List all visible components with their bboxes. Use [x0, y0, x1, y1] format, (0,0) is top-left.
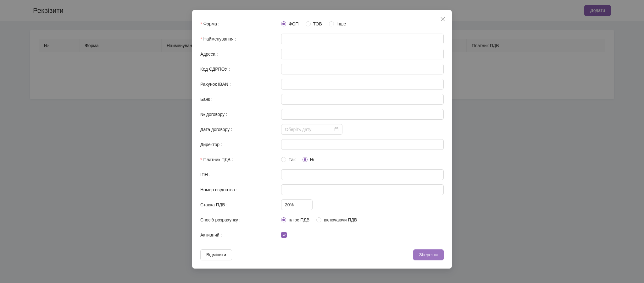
label-iban: Рахунок IBAN :	[200, 82, 281, 87]
requisites-modal: *Форма : ФОП ТОВ Інше *Найменування : Ад…	[192, 10, 452, 269]
label-vat-payer: *Платник ПДВ :	[200, 157, 281, 162]
radio-fop[interactable]: ФОП	[281, 21, 299, 26]
label-calc-method: Спосіб розрахунку :	[200, 217, 281, 222]
label-director: Директор :	[200, 142, 281, 147]
radio-calc-incl[interactable]: включаючи ПДВ	[316, 217, 357, 222]
edrpou-input[interactable]	[281, 64, 444, 74]
label-cert-no: Номер свідоцтва :	[200, 187, 281, 192]
address-input[interactable]	[281, 49, 444, 59]
radio-tov[interactable]: ТОВ	[306, 21, 322, 26]
date-placeholder: Оберіть дату	[285, 127, 311, 132]
radio-other[interactable]: Інше	[329, 21, 346, 26]
label-form: *Форма :	[200, 21, 281, 26]
cert-no-input[interactable]	[281, 184, 444, 195]
svg-rect-2	[335, 128, 338, 131]
form-radio-group: ФОП ТОВ Інше	[281, 21, 444, 26]
save-button[interactable]: Зберегти	[413, 249, 444, 260]
radio-vat-no[interactable]: Ні	[303, 157, 314, 162]
cancel-button[interactable]: Відмінити	[200, 249, 232, 260]
radio-calc-plus[interactable]: плюс ПДВ	[281, 217, 309, 222]
label-contract-date: Дата договору :	[200, 127, 281, 132]
label-address: Адреса :	[200, 52, 281, 57]
calendar-icon	[334, 127, 339, 132]
radio-vat-yes[interactable]: Так	[281, 157, 296, 162]
close-icon[interactable]	[439, 16, 446, 24]
name-input[interactable]	[281, 34, 444, 44]
label-ipn: ІПН :	[200, 172, 281, 177]
contract-date-picker[interactable]: Оберіть дату	[281, 124, 342, 135]
vat-payer-radio-group: Так Ні	[281, 157, 444, 162]
contract-no-input[interactable]	[281, 109, 444, 120]
active-checkbox[interactable]	[281, 232, 287, 238]
iban-input[interactable]	[281, 79, 444, 90]
label-contract-no: № договору :	[200, 112, 281, 117]
calc-radio-group: плюс ПДВ включаючи ПДВ	[281, 217, 444, 222]
bank-input[interactable]	[281, 94, 444, 105]
label-name: *Найменування :	[200, 36, 281, 41]
label-bank: Банк :	[200, 97, 281, 102]
label-vat-rate: Ставка ПДВ :	[200, 202, 281, 207]
label-edrpou: Код ЄДРПОУ :	[200, 67, 281, 72]
modal-mask[interactable]: *Форма : ФОП ТОВ Інше *Найменування : Ад…	[0, 0, 644, 283]
ipn-input[interactable]	[281, 169, 444, 180]
vat-rate-input[interactable]	[281, 199, 313, 210]
label-active: Активний :	[200, 232, 281, 237]
director-input[interactable]	[281, 139, 444, 150]
modal-footer: Відмінити Зберегти	[200, 249, 444, 260]
